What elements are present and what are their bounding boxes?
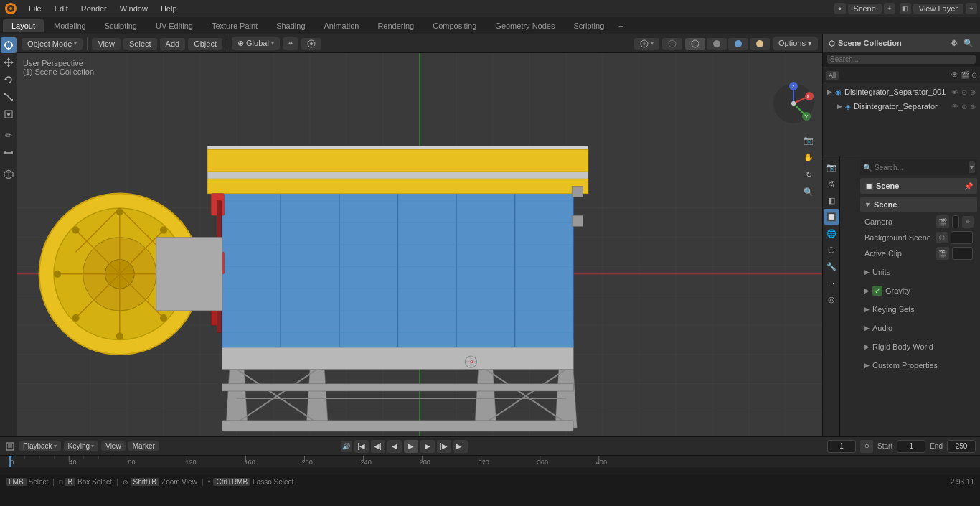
item-eye-1[interactable]: 👁 <box>951 103 958 111</box>
solid-shading-btn[interactable] <box>707 38 727 50</box>
transform-tool-btn[interactable] <box>1 106 17 122</box>
play-forward-btn[interactable]: ▶ <box>420 440 435 453</box>
timeline-type-icon[interactable] <box>4 441 16 452</box>
material-shading-btn[interactable] <box>728 38 748 50</box>
start-frame-input[interactable]: 1 <box>897 440 925 453</box>
outliner-search-btn[interactable]: 🔍 <box>963 37 974 49</box>
background-scene-field[interactable] <box>951 231 973 244</box>
current-frame-input[interactable]: 1 <box>827 440 856 453</box>
active-clip-field[interactable] <box>952 247 973 260</box>
wireframe-shading-btn[interactable] <box>685 38 705 50</box>
view-layer-selector[interactable]: View Layer <box>913 4 963 14</box>
tab-uv-editing[interactable]: UV Editing <box>147 19 202 32</box>
select-menu-btn[interactable]: Select <box>123 38 157 50</box>
scene-pin-btn[interactable]: 📌 <box>964 182 973 190</box>
scene-add-btn[interactable]: + <box>884 3 895 14</box>
particles-props-icon[interactable]: ··· <box>824 275 839 291</box>
zoom-btn[interactable]: 🔍 <box>801 184 816 200</box>
scale-tool-btn[interactable] <box>1 89 17 105</box>
gravity-checkbox[interactable]: ✓ <box>872 286 882 296</box>
outliner-filter-btn[interactable]: ⚙ <box>948 37 960 49</box>
tab-modeling[interactable]: Modeling <box>45 19 95 32</box>
menu-file[interactable]: File <box>23 3 47 14</box>
prev-keyframe-btn[interactable]: ◀| <box>371 440 385 453</box>
menu-help[interactable]: Help <box>155 3 183 14</box>
options-btn[interactable]: Options ▾ <box>773 37 818 50</box>
audio-toggle-btn[interactable]: 🔊 <box>341 441 352 452</box>
item-cam-0[interactable]: ⊙ <box>961 88 967 96</box>
object-menu-btn[interactable]: Object <box>188 38 222 50</box>
units-section-header[interactable]: ▶ Units <box>860 264 977 280</box>
scene-selector[interactable]: Scene <box>848 4 882 14</box>
camera-field[interactable] <box>952 215 959 228</box>
cursor-tool-btn[interactable] <box>1 37 17 53</box>
audio-header[interactable]: ▶ Audio <box>860 320 977 336</box>
scene-props-header[interactable]: 🔲 Scene 📌 <box>860 178 977 194</box>
custom-props-header[interactable]: ▶ Custom Properties <box>860 357 977 373</box>
keying-menu-btn[interactable]: Keying ▾ <box>64 441 99 451</box>
world-props-icon[interactable]: 🌐 <box>824 225 839 241</box>
rigid-body-world-header[interactable]: ▶ Rigid Body World <box>860 339 977 355</box>
menu-edit[interactable]: Edit <box>49 3 74 14</box>
modifier-props-icon[interactable]: 🔧 <box>824 258 839 274</box>
rendered-shading-btn[interactable] <box>750 38 770 50</box>
menu-window[interactable]: Window <box>114 3 154 14</box>
orbit-btn[interactable]: ↻ <box>801 167 816 182</box>
outliner-item-0[interactable]: ▶ ◉ Disintegrator_Separator_001 👁 ⊙ ⊕ <box>823 85 980 99</box>
view-menu-btn[interactable]: View <box>101 441 126 451</box>
rotate-tool-btn[interactable] <box>1 72 17 88</box>
tab-scripting[interactable]: Scripting <box>565 19 613 32</box>
item-cam-1[interactable]: ⊙ <box>961 103 967 111</box>
gravity-section-header[interactable]: ▶ ✓ Gravity <box>860 283 977 299</box>
tab-texture-paint[interactable]: Texture Paint <box>203 19 266 32</box>
item-render-1[interactable]: ⊕ <box>970 103 976 111</box>
playback-menu-btn[interactable]: Playback ▾ <box>19 441 61 451</box>
frame-rate-btn[interactable]: ⊙ <box>860 440 873 453</box>
annotate-tool-btn[interactable]: ✏ <box>1 128 17 144</box>
props-filter-btn[interactable]: ▼ <box>969 161 975 173</box>
end-frame-input[interactable]: 250 <box>947 440 976 453</box>
tab-rendering[interactable]: Rendering <box>369 19 423 32</box>
tab-animation[interactable]: Animation <box>316 19 368 32</box>
tab-layout[interactable]: Layout <box>3 19 44 32</box>
pivot-selector[interactable]: ⊕ Global ▾ <box>232 37 280 50</box>
tab-sculpting[interactable]: Sculpting <box>96 19 146 32</box>
timeline-ruler[interactable]: 0 40 80 120 160 200 240 280 320 360 <box>0 456 980 467</box>
3d-viewport[interactable]: Object Mode ▾ View Select Add Object ⊕ G… <box>17 34 822 436</box>
marker-menu-btn[interactable]: Marker <box>128 441 159 451</box>
jump-back-btn[interactable]: ◀ <box>387 440 402 453</box>
filter-all-btn[interactable]: All <box>826 71 839 80</box>
snap-toggle[interactable]: ⌖ <box>283 37 298 50</box>
proportional-toggle[interactable] <box>301 38 321 50</box>
object-mode-selector[interactable]: Object Mode ▾ <box>22 38 83 50</box>
tab-compositing[interactable]: Compositing <box>424 19 485 32</box>
jump-end-btn[interactable]: ▶| <box>453 440 468 453</box>
move-tool-btn[interactable] <box>1 55 17 70</box>
add-cube-btn[interactable] <box>1 167 17 182</box>
navigation-gizmo[interactable]: X Y Z <box>772 82 815 125</box>
outliner-search-input[interactable] <box>827 55 976 64</box>
viewport-scene[interactable]: X Y Z 📷 ✋ ↻ 🔍 <box>17 53 822 436</box>
scene-section-header[interactable]: ▼ Scene <box>860 197 977 212</box>
overlay-btn[interactable]: ▾ <box>634 38 659 50</box>
item-render-0[interactable]: ⊕ <box>970 88 976 96</box>
grab-btn[interactable]: ✋ <box>801 149 816 165</box>
jump-start-btn[interactable]: |◀ <box>354 440 369 453</box>
next-keyframe-btn[interactable]: |▶ <box>437 440 451 453</box>
physics-props-icon[interactable]: ◎ <box>824 291 839 307</box>
measure-tool-btn[interactable] <box>1 145 17 161</box>
menu-render[interactable]: Render <box>75 3 113 14</box>
tab-geometry-nodes[interactable]: Geometry Nodes <box>486 19 563 32</box>
add-workspace-tab-btn[interactable]: + <box>614 20 627 32</box>
scene-props-icon[interactable]: 🔲 <box>824 209 839 225</box>
tab-shading[interactable]: Shading <box>268 19 314 32</box>
view-layer-add-btn[interactable]: + <box>966 3 977 14</box>
camera-eyedrop-btn[interactable]: ✏ <box>962 216 974 228</box>
keying-sets-header[interactable]: ▶ Keying Sets <box>860 301 977 317</box>
add-menu-btn[interactable]: Add <box>160 38 186 50</box>
item-eye-0[interactable]: 👁 <box>951 88 958 96</box>
render-props-icon[interactable]: 📷 <box>824 159 839 175</box>
play-btn[interactable]: ▶ <box>404 440 418 453</box>
view-menu-btn[interactable]: View <box>92 38 121 50</box>
xray-toggle[interactable] <box>662 38 682 50</box>
